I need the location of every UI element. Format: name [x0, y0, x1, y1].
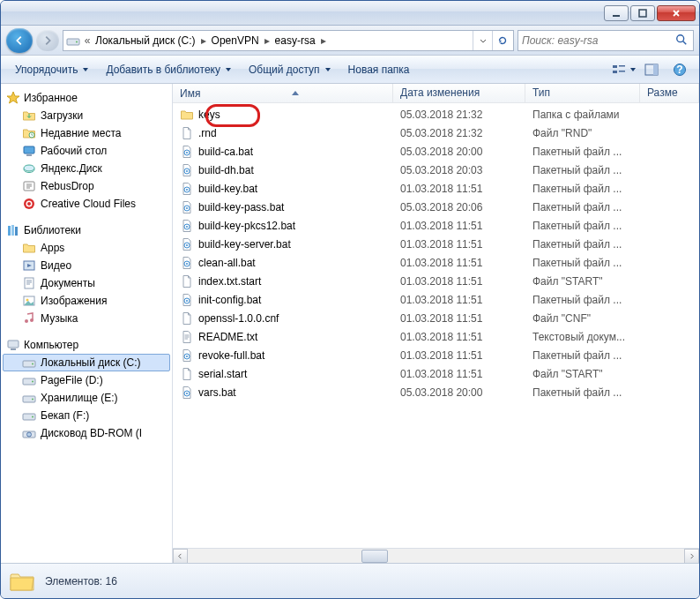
refresh-button[interactable]	[492, 31, 511, 50]
breadcrumb-label: Локальный диск (C:)	[95, 34, 196, 47]
file-date: 01.03.2018 11:51	[393, 275, 525, 288]
file-row[interactable]: README.txt01.03.2018 11:51Текстовый доку…	[173, 327, 699, 346]
libraries-label: Библиотеки	[24, 224, 81, 236]
column-type[interactable]: Тип	[525, 84, 640, 102]
file-date: 01.03.2018 11:51	[393, 294, 525, 306]
file-row[interactable]: vars.bat05.03.2018 20:00Пакетный файл ..…	[173, 383, 699, 401]
file-row[interactable]: build-key-server.bat01.03.2018 11:51Паке…	[173, 235, 699, 253]
column-size[interactable]: Разме	[640, 84, 699, 102]
file-row[interactable]: build-key-pass.bat05.03.2018 20:06Пакетн…	[173, 198, 699, 216]
maximize-button[interactable]	[630, 5, 655, 21]
libraries-header[interactable]: Библиотеки	[3, 221, 170, 239]
column-name[interactable]: Имя	[173, 84, 393, 102]
sidebar-item[interactable]: Загрузки	[3, 107, 170, 124]
drive-icon	[65, 33, 81, 49]
add-to-library-button[interactable]: Добавить в библиотеку	[99, 60, 238, 79]
file-row[interactable]: clean-all.bat01.03.2018 11:51Пакетный фа…	[173, 253, 699, 272]
file-row[interactable]: build-key-pkcs12.bat01.03.2018 11:51Паке…	[173, 216, 699, 235]
scroll-thumb[interactable]	[361, 550, 388, 563]
new-folder-button[interactable]: Новая папка	[341, 60, 417, 79]
sidebar-item[interactable]: Локальный диск (C:)	[3, 354, 170, 371]
horizontal-scrollbar[interactable]	[173, 548, 699, 563]
breadcrumb-seg-1[interactable]: OpenVPN	[208, 31, 263, 50]
favorites-header[interactable]: Избранное	[3, 89, 170, 107]
breadcrumb-label: easy-rsa	[275, 34, 316, 47]
file-row[interactable]: .rnd05.03.2018 21:32Файл "RND"	[173, 124, 699, 142]
search-input[interactable]	[522, 34, 675, 47]
sidebar-item-label: Музыка	[41, 312, 78, 325]
file-name: revoke-full.bat	[198, 349, 264, 362]
computer-header[interactable]: Компьютер	[3, 336, 170, 354]
chevron-right-icon[interactable]: ▸	[263, 34, 272, 47]
sidebar-item[interactable]: Недавние места	[3, 124, 170, 142]
help-button[interactable]: ?	[667, 59, 692, 80]
chevron-right-icon[interactable]: ▸	[319, 34, 328, 47]
file-row[interactable]: init-config.bat01.03.2018 11:51Пакетный …	[173, 290, 699, 309]
cc-icon	[22, 197, 36, 211]
sidebar-item[interactable]: PageFile (D:)	[3, 371, 170, 389]
search-icon[interactable]	[675, 34, 689, 48]
sidebar-item[interactable]: Яндекс.Диск	[3, 160, 170, 177]
computer-label: Компьютер	[24, 339, 78, 351]
file-name: build-key-pass.bat	[198, 201, 284, 213]
organize-button[interactable]: Упорядочить	[8, 60, 95, 79]
scroll-left-button[interactable]	[173, 549, 188, 564]
file-type: Пакетный файл ...	[525, 386, 640, 399]
folder-large-icon	[8, 567, 36, 595]
file-row[interactable]: build-key.bat01.03.2018 11:51Пакетный фа…	[173, 179, 699, 198]
sidebar-item[interactable]: Рабочий стол	[3, 142, 170, 160]
scroll-right-button[interactable]	[684, 549, 699, 564]
file-type: Пакетный файл ...	[525, 146, 640, 158]
svg-point-3	[76, 41, 78, 42]
sidebar-item-label: Загрузки	[41, 109, 83, 122]
sidebar-item[interactable]: Видео	[3, 257, 170, 274]
chevron-left-icon[interactable]: «	[83, 34, 92, 47]
svg-rect-5	[613, 65, 617, 68]
file-date: 05.03.2018 20:00	[393, 386, 525, 399]
svg-rect-10	[653, 64, 658, 75]
search-box[interactable]	[518, 30, 694, 51]
close-button[interactable]	[657, 5, 696, 21]
nav-forward-button[interactable]	[36, 30, 59, 51]
file-row[interactable]: keys05.03.2018 21:32Папка с файлами	[173, 105, 699, 124]
file-date: 05.03.2018 20:06	[393, 201, 525, 213]
history-dropdown[interactable]	[473, 31, 492, 50]
chevron-right-icon[interactable]: ▸	[199, 34, 208, 47]
file-row[interactable]: serial.start01.03.2018 11:51Файл "START"	[173, 364, 699, 383]
preview-pane-button[interactable]	[639, 59, 664, 80]
bat-icon	[180, 145, 194, 159]
address-bar[interactable]: « Локальный диск (C:) ▸ OpenVPN ▸ easy-r…	[63, 30, 514, 51]
file-row[interactable]: index.txt.start01.03.2018 11:51Файл "STA…	[173, 272, 699, 290]
file-name: build-key.bat	[198, 183, 257, 195]
share-button[interactable]: Общий доступ	[242, 60, 338, 79]
file-row[interactable]: revoke-full.bat01.03.2018 11:51Пакетный …	[173, 346, 699, 364]
bat-icon	[180, 163, 194, 177]
svg-point-46	[186, 170, 188, 172]
sidebar-item[interactable]: RebusDrop	[3, 177, 170, 195]
file-type: Пакетный файл ...	[525, 164, 640, 176]
file-list[interactable]: Имя Дата изменения Тип Разме keys05.03.2…	[173, 84, 699, 563]
column-date[interactable]: Дата изменения	[393, 84, 525, 102]
file-date: 05.03.2018 20:03	[393, 164, 525, 176]
breadcrumb-seg-2[interactable]: easy-rsa	[272, 31, 319, 50]
sidebar-item[interactable]: Документы	[3, 274, 170, 292]
sidebar-item[interactable]: Creative Cloud Files	[3, 195, 170, 213]
sidebar-item-label: PageFile (D:)	[41, 374, 103, 386]
svg-point-36	[32, 381, 34, 383]
sidebar-item[interactable]: Хранилище (E:)	[3, 389, 170, 407]
nav-back-button[interactable]	[6, 28, 33, 53]
view-options-button[interactable]	[611, 59, 636, 80]
file-row[interactable]: build-dh.bat05.03.2018 20:03Пакетный фай…	[173, 161, 699, 179]
sidebar-item[interactable]: Apps	[3, 239, 170, 257]
sidebar-item[interactable]: Бекап (F:)	[3, 407, 170, 424]
sidebar-item[interactable]: Изображения	[3, 292, 170, 310]
minimize-button[interactable]	[604, 5, 629, 21]
navigation-pane[interactable]: Избранное ЗагрузкиНедавние местаРабочий …	[1, 84, 173, 563]
file-row[interactable]: openssl-1.0.0.cnf01.03.2018 11:51Файл "C…	[173, 309, 699, 327]
file-type: Пакетный файл ...	[525, 294, 640, 306]
file-row[interactable]: build-ca.bat05.03.2018 20:00Пакетный фай…	[173, 142, 699, 161]
sidebar-item[interactable]: Музыка	[3, 310, 170, 327]
scroll-track[interactable]	[188, 549, 684, 564]
sidebar-item[interactable]: Дисковод BD-ROM (I	[3, 424, 170, 442]
breadcrumb-seg-0[interactable]: Локальный диск (C:)	[92, 31, 199, 50]
